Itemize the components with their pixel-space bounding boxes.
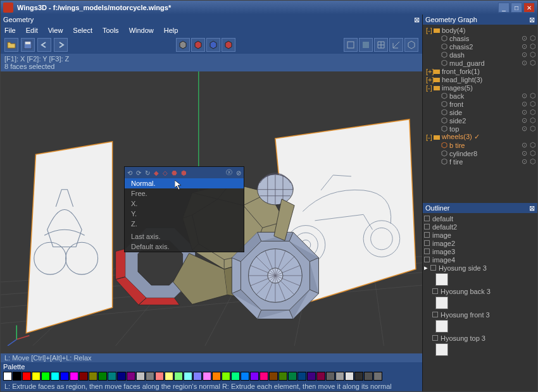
tree-visibility-icons[interactable]: ⊙⬡ (522, 116, 536, 125)
palette-swatch[interactable] (269, 372, 278, 381)
ctx-x-icon[interactable]: ⓧ (226, 168, 232, 177)
menu-view[interactable]: View (48, 27, 63, 34)
ctx-item[interactable]: Default axis. (125, 242, 244, 252)
outliner[interactable]: defaultdefault2imageimage2image3image4▸H… (423, 213, 537, 391)
palette-swatch[interactable] (222, 372, 230, 381)
tree-row[interactable]: [+]front_fork(1) (424, 67, 536, 75)
tree-visibility-icons[interactable]: ⊙⬡ (522, 157, 536, 166)
tree-row[interactable]: side2⊙⬡ (424, 116, 536, 125)
ctx-redo-icon[interactable]: ⟳ (136, 169, 141, 176)
outliner-row[interactable]: ▸Hyosung side 3 (424, 264, 536, 272)
palette-swatch[interactable] (117, 372, 126, 381)
ctx-vertex-icon[interactable]: ◆ (154, 169, 159, 176)
palette-swatch[interactable] (32, 372, 41, 381)
outliner-thumb-row[interactable] (424, 319, 536, 334)
outliner-row[interactable]: image4 (424, 255, 536, 264)
palette-swatch[interactable] (316, 372, 325, 381)
ctx-repeat-icon[interactable]: ↻ (145, 169, 150, 176)
viewport[interactable]: x (1, 71, 422, 353)
menu-edit[interactable]: Edit (26, 27, 38, 34)
palette-swatch[interactable] (98, 372, 107, 381)
palette-swatch[interactable] (345, 372, 354, 381)
palette-swatch[interactable] (79, 372, 88, 381)
tree-visibility-icons[interactable]: ⊙⬡ (522, 141, 536, 149)
palette-swatch[interactable] (354, 372, 363, 381)
tree-row[interactable]: side⊙⬡ (424, 108, 536, 116)
outliner-row[interactable]: Hyosung back 3 (424, 287, 536, 295)
palette-swatch[interactable] (288, 372, 297, 381)
menu-help[interactable]: Help (164, 27, 178, 34)
tree-visibility-icons[interactable]: ⊙⬡ (522, 125, 536, 133)
palette-swatch[interactable] (184, 372, 192, 381)
tree-visibility-icons[interactable]: ⊙⬡ (522, 92, 536, 100)
menu-select[interactable]: Select (73, 27, 92, 34)
grid-button[interactable] (374, 38, 388, 52)
palette-swatch[interactable] (136, 372, 145, 381)
palette-swatch[interactable] (326, 372, 335, 381)
tree-row[interactable]: f tire⊙⬡ (424, 157, 536, 166)
selmode-button-2[interactable] (206, 38, 220, 52)
graph-header[interactable]: Geometry Graph ⊠ (423, 15, 537, 25)
tree-visibility-icons[interactable]: ⊙⬡ (522, 100, 536, 108)
palette-swatch[interactable] (260, 372, 268, 381)
ctx-item[interactable]: Normal. (125, 178, 244, 188)
ctx-item[interactable]: Free. (125, 188, 244, 199)
ctx-edge-icon[interactable]: ◇ (163, 169, 168, 176)
tree-visibility-icons[interactable]: ⊙⬡ (522, 51, 536, 59)
selmode-button-3[interactable] (222, 38, 235, 52)
palette-swatch[interactable] (146, 372, 154, 381)
open-button[interactable] (4, 38, 18, 52)
outliner-thumb-row[interactable] (424, 342, 536, 357)
outliner-row[interactable]: default (424, 214, 536, 223)
tree-row[interactable]: dash⊙⬡ (424, 51, 536, 59)
palette-swatch[interactable] (165, 372, 173, 381)
palette-swatch[interactable] (212, 372, 221, 381)
palette-swatch[interactable] (41, 372, 50, 381)
ctx-item[interactable]: X. (125, 199, 244, 209)
palette-swatch[interactable] (89, 372, 97, 381)
palette-swatch[interactable] (22, 372, 31, 381)
ctx-item[interactable]: Z. (125, 219, 244, 229)
tree-row[interactable]: chasis⊙⬡ (424, 34, 536, 42)
geometry-close-icon[interactable]: ⊠ (414, 16, 420, 24)
outliner-row[interactable]: image2 (424, 239, 536, 247)
palette-swatch[interactable] (203, 372, 211, 381)
palette-swatch[interactable] (13, 372, 22, 381)
palette-swatch[interactable] (70, 372, 78, 381)
palette-swatch[interactable] (3, 372, 12, 381)
ctx-item[interactable]: Y. (125, 209, 244, 219)
menu-file[interactable]: File (4, 27, 16, 34)
outliner-row[interactable]: Hyosung front 3 (424, 310, 536, 319)
save-button[interactable] (21, 38, 35, 52)
palette-swatch[interactable] (373, 372, 382, 381)
tree-row[interactable]: back⊙⬡ (424, 92, 536, 100)
outliner-row[interactable]: default2 (424, 223, 536, 231)
graph-close-icon[interactable]: ⊠ (529, 16, 535, 24)
selmode-button-0[interactable] (176, 38, 190, 52)
palette-swatch[interactable] (108, 372, 116, 381)
palette-swatch[interactable] (60, 372, 69, 381)
workmode-button[interactable] (344, 38, 358, 52)
axes-button[interactable] (389, 38, 403, 52)
palette-swatch[interactable] (307, 372, 316, 381)
redo-button[interactable] (54, 38, 68, 52)
palette-swatch[interactable] (250, 372, 259, 381)
palette-swatch[interactable] (231, 372, 240, 381)
flatshade-button[interactable] (359, 38, 373, 52)
outliner-thumb-row[interactable] (424, 272, 536, 287)
tree-visibility-icons[interactable]: ⊙⬡ (522, 42, 536, 51)
persp-button[interactable] (404, 38, 418, 52)
titlebar[interactable]: Wings3D - f:/wings_models/motorcycle.win… (1, 1, 537, 15)
outliner-thumb-row[interactable] (424, 295, 536, 310)
outliner-row[interactable]: image3 (424, 247, 536, 255)
ctx-undo-icon[interactable]: ⟲ (127, 169, 132, 176)
tree-row[interactable]: front⊙⬡ (424, 100, 536, 108)
palette-swatch[interactable] (174, 372, 183, 381)
selmode-button-1[interactable] (191, 38, 205, 52)
palette-swatch[interactable] (193, 372, 202, 381)
menu-tools[interactable]: Tools (103, 27, 119, 34)
outliner-row[interactable]: Hyosung top 3 (424, 334, 536, 342)
outliner-close-icon[interactable]: ⊠ (529, 204, 535, 212)
maximize-button[interactable]: □ (511, 3, 522, 13)
tree-row[interactable]: [-]wheels(3) ✓ (424, 133, 536, 141)
